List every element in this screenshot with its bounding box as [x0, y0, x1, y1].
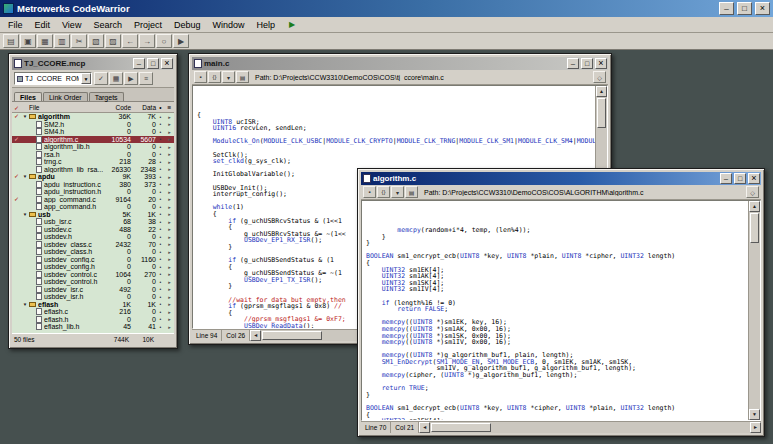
- scroll-up-icon[interactable]: [749, 201, 760, 212]
- source-popup-icon[interactable]: ▪: [194, 71, 207, 83]
- main-editor-close-button[interactable]: [595, 58, 607, 69]
- new-file-icon[interactable]: ▤: [3, 34, 19, 48]
- expander-icon[interactable]: [21, 211, 29, 219]
- menu-item[interactable]: Help: [250, 19, 281, 31]
- scroll-left-icon[interactable]: [250, 330, 261, 341]
- braces-popup-icon[interactable]: {}: [377, 186, 390, 198]
- apdu[interactable]: apdu 9K 393: [12, 173, 174, 181]
- project-tab[interactable]: Files: [14, 92, 42, 101]
- scroll-left-icon[interactable]: [419, 422, 430, 433]
- braces-popup-icon[interactable]: {}: [208, 71, 221, 83]
- run-icon[interactable]: ▶: [289, 20, 295, 29]
- project-menu-icon[interactable]: ≡: [139, 72, 153, 85]
- maximize-button[interactable]: [737, 2, 752, 15]
- check-syntax-icon[interactable]: ✓: [94, 72, 108, 85]
- close-button[interactable]: [755, 2, 770, 15]
- documents-popup-icon[interactable]: ▤: [236, 71, 249, 83]
- markers-popup-icon[interactable]: ▾: [391, 186, 404, 198]
- algorithm-editor-maximize-button[interactable]: [734, 173, 746, 184]
- usb_isr.c[interactable]: usb_isr.c 68 38: [12, 218, 174, 226]
- usbdev_isr.c[interactable]: usbdev_isr.c 492 0: [12, 286, 174, 294]
- eflash.c[interactable]: eflash.c 216 0: [12, 308, 174, 316]
- SM4.h[interactable]: SM4.h 0 0: [12, 128, 174, 136]
- scroll-up-icon[interactable]: [596, 86, 607, 97]
- chevron-down-icon[interactable]: ▼: [81, 73, 91, 84]
- scroll-right-icon[interactable]: [750, 422, 761, 433]
- algorithm-editor-minimize-button[interactable]: [720, 173, 732, 184]
- save-icon[interactable]: ▦: [37, 34, 53, 48]
- project-tab[interactable]: Targets: [89, 92, 124, 101]
- eflash.h[interactable]: eflash.h 0 0: [12, 316, 174, 324]
- redo-icon[interactable]: →: [139, 34, 155, 48]
- menu-item[interactable]: View: [56, 19, 87, 31]
- paste-icon[interactable]: ▨: [105, 34, 121, 48]
- algorithm_lib.h[interactable]: algorithm_lib.h 0 0: [12, 143, 174, 151]
- file-tree[interactable]: algorithm 36K 7K SM2.h 0 0: [12, 113, 174, 333]
- undo-icon[interactable]: ←: [122, 34, 138, 48]
- trng.c[interactable]: trng.c 218 28: [12, 158, 174, 166]
- source-popup-icon[interactable]: ▪: [363, 186, 376, 198]
- project-window-titlebar[interactable]: TJ_CCORE.mcp: [12, 57, 174, 70]
- open-file-icon[interactable]: ▣: [20, 34, 36, 48]
- expander-icon[interactable]: [21, 173, 29, 181]
- menu-item[interactable]: Search: [87, 19, 128, 31]
- menu-item[interactable]: Project: [128, 19, 168, 31]
- scroll-thumb[interactable]: [262, 331, 322, 340]
- main-editor-minimize-button[interactable]: [567, 58, 579, 69]
- usb[interactable]: usb 5K 1K: [12, 211, 174, 219]
- project-tab[interactable]: Link Order: [43, 92, 88, 101]
- main-editor-maximize-button[interactable]: [581, 58, 593, 69]
- project-close-button[interactable]: [161, 58, 173, 69]
- scroll-thumb[interactable]: [431, 423, 491, 432]
- scroll-thumb[interactable]: [597, 98, 606, 128]
- rsa.h[interactable]: rsa.h 0 0: [12, 151, 174, 159]
- algorithm-editor-close-button[interactable]: [748, 173, 760, 184]
- menu-item[interactable]: Edit: [29, 19, 57, 31]
- search-icon[interactable]: ○: [156, 34, 172, 48]
- scroll-thumb[interactable]: [750, 213, 759, 243]
- apdu_instruction.c[interactable]: apdu_instruction.c 380 373: [12, 181, 174, 189]
- menu-item[interactable]: Debug: [168, 19, 207, 31]
- data-column-header[interactable]: Data: [131, 104, 156, 111]
- expander-icon[interactable]: [21, 113, 29, 121]
- horizontal-scrollbar[interactable]: [419, 422, 761, 433]
- project-minimize-button[interactable]: [133, 58, 145, 69]
- cut-icon[interactable]: ✂: [71, 34, 87, 48]
- app-titlebar[interactable]: Metrowerks CodeWarrior: [0, 0, 773, 17]
- SM2.h[interactable]: SM2.h 0 0: [12, 121, 174, 129]
- print-icon[interactable]: ▥: [54, 34, 70, 48]
- target-selector[interactable]: TJ_CCORE_ROM ▼: [14, 72, 92, 85]
- usbdev_config.c[interactable]: usbdev_config.c 0 1160: [12, 256, 174, 264]
- run-icon[interactable]: ▶: [173, 34, 189, 48]
- algorithm-code-area[interactable]: memcpy(random+i*4, temp, (len%4)); }}BOO…: [362, 201, 748, 420]
- make-icon[interactable]: ▶: [124, 72, 138, 85]
- vertical-scrollbar[interactable]: [748, 201, 760, 420]
- row-menu-icon[interactable]: [165, 323, 174, 332]
- code-column-header[interactable]: Code: [103, 104, 131, 111]
- apdu_instruction.h[interactable]: apdu_instruction.h 0 0: [12, 188, 174, 196]
- usbdev.h[interactable]: usbdev.h 0 0: [12, 233, 174, 241]
- menu-item[interactable]: Window: [206, 19, 250, 31]
- menu-item[interactable]: File: [2, 19, 29, 31]
- project-maximize-button[interactable]: [147, 58, 159, 69]
- usbdev.c[interactable]: usbdev.c 488 22: [12, 226, 174, 234]
- touch-column-header[interactable]: ✓: [12, 104, 21, 111]
- scroll-down-icon[interactable]: [749, 409, 760, 420]
- minimize-button[interactable]: [719, 2, 734, 15]
- documents-popup-icon[interactable]: ▤: [405, 186, 418, 198]
- usbdev_isr.h[interactable]: usbdev_isr.h 0 0: [12, 293, 174, 301]
- eflash[interactable]: eflash 1K 1K: [12, 301, 174, 309]
- eflash_lib.h[interactable]: eflash_lib.h 45 41: [12, 323, 174, 331]
- algorithm.c[interactable]: algorithm.c 10534 5607: [12, 136, 174, 144]
- algorithm[interactable]: algorithm 36K 7K: [12, 113, 174, 121]
- expander-icon[interactable]: [21, 301, 29, 309]
- file-column-header[interactable]: File: [29, 104, 103, 111]
- algorithm-editor-titlebar[interactable]: algorithm.c: [361, 172, 761, 185]
- usbdev_control.h[interactable]: usbdev_control.h 0 0: [12, 278, 174, 286]
- file-state-icon[interactable]: ◇: [746, 186, 759, 198]
- usbdev_config.h[interactable]: usbdev_config.h 0 0: [12, 263, 174, 271]
- main-editor-titlebar[interactable]: main.c: [192, 57, 608, 70]
- file-state-icon[interactable]: ◇: [593, 71, 606, 83]
- usbdev_control.c[interactable]: usbdev_control.c 1064 270: [12, 271, 174, 279]
- compile-icon[interactable]: ▦: [109, 72, 123, 85]
